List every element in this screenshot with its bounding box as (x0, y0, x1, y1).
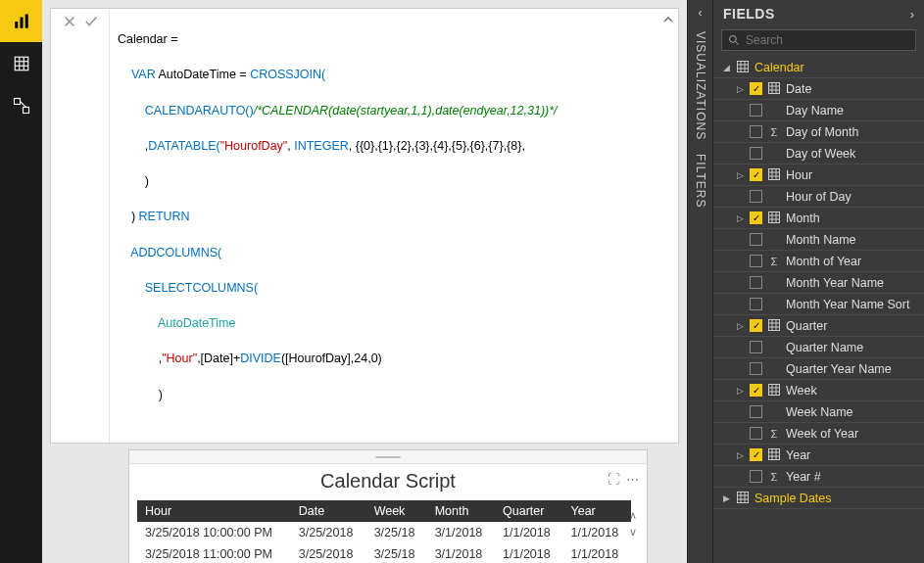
table-calendar[interactable]: ◢Calendar (713, 57, 924, 78)
svg-line-14 (736, 42, 739, 45)
visualizations-label: VISUALIZATIONS (694, 31, 707, 140)
field-checkbox[interactable] (750, 125, 762, 138)
field-checkbox[interactable] (750, 190, 762, 203)
col-hour[interactable]: Hour (137, 500, 291, 522)
col-quarter[interactable]: Quarter (495, 500, 562, 522)
col-date[interactable]: Date (291, 500, 366, 522)
formula-commit-icon[interactable] (84, 15, 98, 32)
more-options-icon[interactable]: ⋯ (626, 472, 639, 487)
table-header-row: Hour Date Week Month Quarter Year (137, 500, 631, 522)
formula-text[interactable]: Calendar = VAR AutoDateTime = CROSSJOIN(… (110, 9, 658, 443)
field-checkbox[interactable] (750, 362, 762, 375)
field-month-of-year[interactable]: Month of Year (713, 251, 924, 272)
field-week-of-year[interactable]: Week of Year (713, 423, 924, 445)
table-row[interactable]: 3/25/2018 10:00:00 PM3/25/20183/25/183/1… (137, 522, 631, 543)
field-month-name[interactable]: Month Name (713, 229, 924, 251)
side-panels: ‹ VISUALIZATIONS FILTERS FIELDS › ◢Calen… (687, 0, 924, 563)
field-year-[interactable]: Year # (713, 466, 924, 488)
search-icon (728, 34, 740, 46)
col-week[interactable]: Week (366, 500, 427, 522)
field-checkbox[interactable] (750, 255, 762, 267)
fields-title: FIELDS (723, 6, 775, 22)
nav-model-view[interactable] (0, 84, 42, 126)
field-checkbox[interactable] (750, 470, 762, 483)
table-visual[interactable]: Calendar Script ⛶ ⋯ Hour Date Week Month… (128, 449, 648, 563)
fields-panel: FIELDS › ◢Calendar▷✓DateDay NameDay of M… (712, 0, 924, 563)
field-checkbox[interactable]: ✓ (750, 168, 762, 181)
svg-rect-0 (15, 22, 18, 28)
data-table: Hour Date Week Month Quarter Year 3/25/2… (137, 500, 631, 563)
focus-mode-icon[interactable]: ⛶ (608, 472, 620, 487)
field-hour-of-day[interactable]: Hour of Day (713, 186, 924, 208)
col-month[interactable]: Month (427, 500, 495, 522)
field-day-of-week[interactable]: Day of Week (713, 143, 924, 164)
fields-search[interactable] (721, 29, 916, 51)
field-checkbox[interactable] (750, 147, 762, 160)
formula-collapse-icon[interactable] (658, 9, 678, 443)
table-sample-dates[interactable]: ▶Sample Dates (713, 488, 924, 509)
svg-rect-8 (14, 98, 20, 104)
field-month[interactable]: ▷✓Month (713, 208, 924, 229)
field-date[interactable]: ▷✓Date (713, 78, 924, 100)
fields-tree: ◢Calendar▷✓DateDay NameDay of MonthDay o… (713, 57, 924, 563)
visualizations-panel-collapsed[interactable]: ‹ VISUALIZATIONS FILTERS (687, 0, 712, 563)
svg-rect-9 (23, 107, 28, 113)
table-scrollbar[interactable]: ∧∨ (629, 509, 637, 539)
field-checkbox[interactable]: ✓ (750, 384, 762, 397)
search-input[interactable] (746, 33, 909, 47)
collapse-fields-icon[interactable]: › (910, 7, 914, 22)
report-canvas: Calendar = VAR AutoDateTime = CROSSJOIN(… (42, 0, 687, 563)
nav-rail (0, 0, 42, 563)
svg-rect-30 (769, 211, 780, 222)
formula-actions (51, 9, 110, 443)
svg-rect-50 (738, 492, 749, 502)
field-checkbox[interactable]: ✓ (750, 319, 762, 332)
field-day-name[interactable]: Day Name (713, 100, 924, 121)
field-month-year-name[interactable]: Month Year Name (713, 272, 924, 294)
visual-drag-handle[interactable] (129, 450, 647, 464)
field-year[interactable]: ▷✓Year (713, 445, 924, 466)
svg-point-13 (730, 36, 737, 43)
filters-label: FILTERS (694, 154, 707, 208)
field-quarter[interactable]: ▷✓Quarter (713, 315, 924, 337)
field-checkbox[interactable] (750, 341, 762, 353)
table-row[interactable]: 3/25/2018 11:00:00 PM3/25/20183/25/183/1… (137, 543, 631, 563)
visual-title: Calendar Script ⛶ ⋯ (129, 464, 647, 500)
svg-rect-25 (769, 168, 780, 179)
field-day-of-month[interactable]: Day of Month (713, 121, 924, 143)
field-week[interactable]: ▷✓Week (713, 380, 924, 401)
svg-rect-15 (738, 61, 749, 71)
formula-cancel-icon[interactable] (63, 15, 76, 32)
svg-rect-3 (15, 57, 28, 70)
svg-rect-40 (769, 384, 780, 395)
field-quarter-name[interactable]: Quarter Name (713, 337, 924, 358)
field-checkbox[interactable]: ✓ (750, 448, 762, 461)
nav-report-view[interactable] (0, 0, 42, 42)
field-week-name[interactable]: Week Name (713, 401, 924, 423)
svg-line-10 (20, 101, 25, 107)
svg-rect-35 (769, 319, 780, 330)
svg-rect-2 (24, 14, 27, 27)
field-checkbox[interactable] (750, 405, 762, 418)
field-hour[interactable]: ▷✓Hour (713, 164, 924, 186)
field-checkbox[interactable] (750, 233, 762, 246)
formula-bar: Calendar = VAR AutoDateTime = CROSSJOIN(… (50, 8, 679, 444)
field-checkbox[interactable] (750, 104, 762, 117)
svg-rect-20 (769, 82, 780, 93)
col-year[interactable]: Year (563, 500, 632, 522)
nav-data-view[interactable] (0, 42, 42, 84)
field-checkbox[interactable] (750, 298, 762, 310)
svg-rect-1 (20, 17, 23, 27)
field-month-year-name-sort[interactable]: Month Year Name Sort (713, 294, 924, 315)
field-quarter-year-name[interactable]: Quarter Year Name (713, 358, 924, 380)
svg-rect-45 (769, 448, 780, 459)
field-checkbox[interactable] (750, 276, 762, 289)
field-checkbox[interactable]: ✓ (750, 82, 762, 95)
expand-viz-icon[interactable]: ‹ (699, 6, 703, 20)
field-checkbox[interactable]: ✓ (750, 211, 762, 224)
field-checkbox[interactable] (750, 427, 762, 440)
